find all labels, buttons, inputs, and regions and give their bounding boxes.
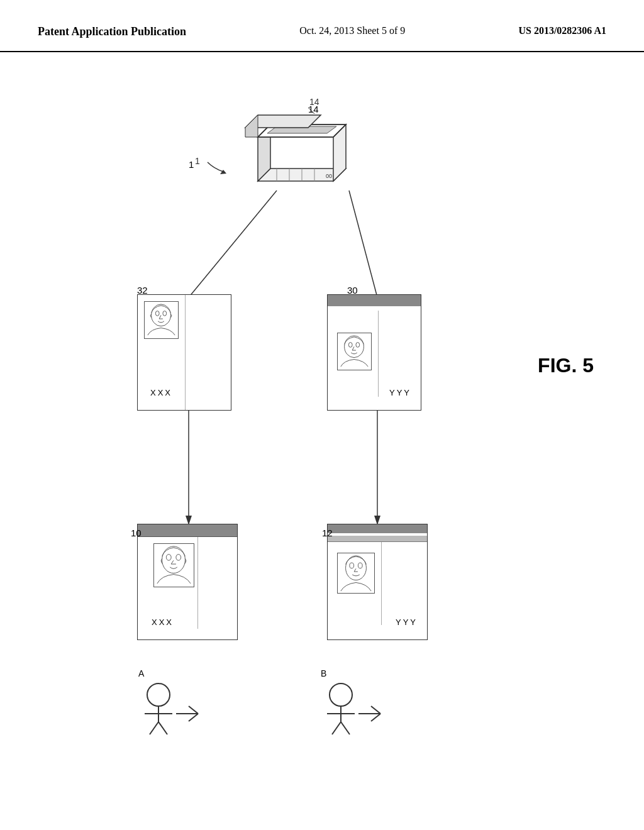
card-12-text: YYY [396,617,418,627]
person-B: B [321,668,384,740]
person-B-label: B [321,668,384,678]
svg-marker-14 [245,115,258,137]
card-32-photo [144,301,179,339]
svg-line-18 [349,191,377,297]
svg-line-50 [371,714,380,721]
svg-marker-1 [258,124,270,181]
ref-1: 1 [195,156,200,166]
card-10-text: XXX [152,617,174,627]
svg-point-35 [147,683,170,706]
card-30-text: YYY [389,388,411,397]
person-A-label: A [138,668,201,678]
ref-label-30: 30 [347,285,358,296]
patent-number: US 2013/0282306 A1 [518,25,606,36]
ref-label-12: 12 [322,528,333,538]
diagram-area: 00 14 1 1 14 [0,52,644,807]
svg-marker-10 [258,124,346,137]
card-32-text: XXX [150,388,172,397]
svg-line-47 [341,722,350,734]
ref-label-1: 1 [189,159,194,170]
person-A: A [138,668,201,740]
svg-point-43 [330,683,352,706]
figure-label: FIG. 5 [538,354,594,377]
svg-line-41 [189,706,198,714]
ref-label-10: 10 [131,528,142,538]
svg-marker-4 [267,126,336,133]
svg-line-17 [189,191,277,297]
svg-line-42 [189,714,198,721]
ref-label-14: 14 [308,104,319,114]
ref-label-32: 32 [137,285,148,296]
card-12: YYY [327,524,428,640]
card-10-photo [153,543,194,587]
card-12-photo [337,553,375,594]
svg-marker-2 [258,124,346,137]
svg-line-38 [150,722,158,734]
svg-marker-3 [333,124,346,181]
svg-point-26 [345,336,364,358]
page-header: Patent Application Publication Oct. 24, … [0,0,644,52]
card-10: XXX [137,524,238,640]
sheet-info: Oct. 24, 2013 Sheet 5 of 9 [299,25,405,36]
svg-point-23 [152,304,171,326]
svg-marker-16 [220,170,226,174]
svg-marker-13 [245,115,321,128]
svg-line-39 [158,722,167,734]
card-30-photo [337,333,372,370]
svg-marker-0 [258,169,346,181]
svg-point-29 [162,546,186,573]
publication-label: Patent Application Publication [38,25,186,38]
svg-line-11 [245,128,258,137]
svg-line-46 [332,722,341,734]
card-30-header [328,295,421,306]
card-30: YYY [327,294,421,411]
card-32: XXX [137,294,231,411]
svg-text:00: 00 [326,173,332,179]
svg-line-49 [371,706,380,714]
